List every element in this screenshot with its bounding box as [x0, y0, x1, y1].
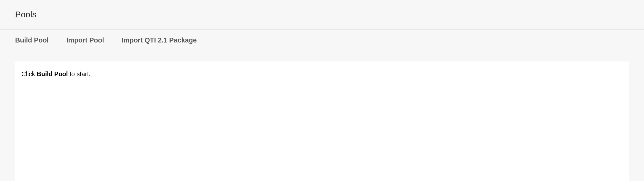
- toolbar: Build Pool Import Pool Import QTI 2.1 Pa…: [0, 29, 644, 51]
- import-pool-button[interactable]: Import Pool: [66, 36, 104, 44]
- header-region: Pools: [0, 0, 644, 29]
- build-pool-button[interactable]: Build Pool: [15, 36, 49, 44]
- instruction-text: Click Build Pool to start.: [21, 70, 623, 78]
- instruction-bold: Build Pool: [37, 70, 68, 77]
- instruction-prefix: Click: [21, 70, 37, 77]
- content-panel: Click Build Pool to start.: [15, 61, 629, 181]
- page-title: Pools: [15, 10, 629, 19]
- content-wrapper: Click Build Pool to start.: [0, 51, 644, 181]
- instruction-suffix: to start.: [68, 70, 91, 77]
- import-qti-button[interactable]: Import QTI 2.1 Package: [122, 36, 197, 44]
